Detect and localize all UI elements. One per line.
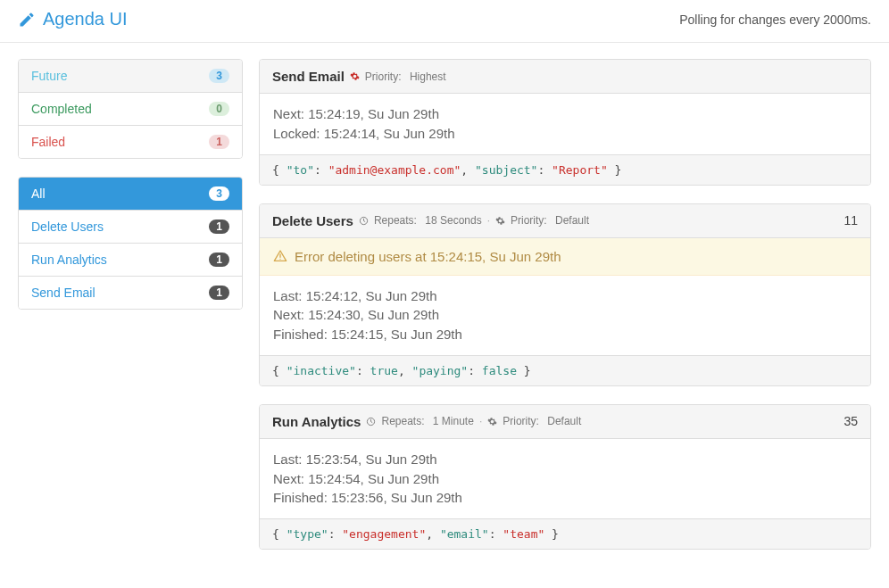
job-payload: { "to": "admin@example.com", "subject": …: [260, 154, 870, 185]
time-value: 15:23:56, Su Jun 29th: [331, 490, 462, 505]
filter-count-badge: 1: [209, 135, 229, 149]
priority-meta: Priority: Default: [511, 214, 589, 227]
job-panel: Delete Users Repeats: 18 Seconds · Prior…: [259, 203, 871, 386]
svg-point-1: [279, 259, 280, 260]
filter-count-badge: 1: [209, 286, 229, 300]
filter-count-badge: 1: [209, 253, 229, 267]
job-name: Run Analytics: [272, 414, 361, 429]
filter-label: Failed: [31, 135, 65, 149]
job-panel: Send Email Priority: Highest Next: 15:24…: [259, 59, 871, 186]
filter-run-analytics[interactable]: Run Analytics 1: [19, 244, 242, 277]
job-times: Last: 15:24:12, Su Jun 29th Next: 15:24:…: [260, 276, 870, 355]
filter-label: Future: [31, 69, 67, 83]
time-label: Locked:: [273, 126, 320, 141]
job-times: Last: 15:23:54, Su Jun 29th Next: 15:24:…: [260, 439, 870, 518]
job-payload: { "inactive": true, "paying": false }: [260, 355, 870, 385]
clock-icon: [359, 216, 369, 226]
job-list: Send Email Priority: Highest Next: 15:24…: [259, 59, 871, 567]
job-count: 35: [843, 414, 858, 428]
time-value: 15:24:19, Su Jun 29th: [308, 106, 439, 121]
filter-label: All: [31, 186, 46, 201]
job-name: Send Email: [272, 69, 345, 84]
job-name: Delete Users: [272, 213, 353, 228]
job-error: Error deleting users at 15:24:15, Su Jun…: [260, 238, 870, 276]
status-filter-list: Future 3 Completed 0 Failed 1: [18, 59, 243, 159]
filter-all[interactable]: All 3: [19, 178, 242, 211]
filter-count-badge: 3: [209, 186, 229, 201]
time-label: Next:: [273, 471, 304, 486]
time-label: Last:: [273, 288, 303, 303]
warning-icon: [273, 249, 287, 263]
navbar: Agenda UI Polling for changes every 2000…: [0, 0, 889, 43]
gear-icon: [487, 417, 497, 427]
brand-text: Agenda UI: [43, 9, 128, 29]
time-label: Last:: [273, 451, 303, 467]
filter-count-badge: 1: [209, 219, 229, 234]
job-header[interactable]: Delete Users Repeats: 18 Seconds · Prior…: [260, 204, 870, 238]
time-value: 15:24:12, Su Jun 29th: [306, 288, 437, 303]
filter-count-badge: 0: [209, 102, 229, 116]
filter-send-email[interactable]: Send Email 1: [19, 277, 242, 309]
time-label: Next:: [273, 307, 304, 322]
error-text: Error deleting users at 15:24:15, Su Jun…: [295, 249, 561, 264]
time-value: 15:24:54, Su Jun 29th: [308, 471, 439, 486]
filter-label: Send Email: [31, 286, 96, 300]
job-panel: Run Analytics Repeats: 1 Minute · Priori…: [259, 404, 871, 550]
priority-meta: Priority: Default: [503, 415, 581, 427]
gear-icon: [495, 216, 505, 226]
time-label: Next:: [273, 106, 304, 121]
time-label: Finished:: [273, 490, 328, 505]
time-label: Finished:: [273, 327, 328, 342]
filter-label: Run Analytics: [31, 253, 107, 267]
filter-count-badge: 3: [209, 69, 229, 83]
filter-label: Delete Users: [31, 219, 104, 234]
time-value: 15:23:54, Su Jun 29th: [306, 451, 437, 467]
time-value: 15:24:15, Su Jun 29th: [331, 327, 462, 342]
gear-icon: [350, 71, 360, 81]
filter-label: Completed: [31, 102, 92, 116]
repeats-meta: Repeats: 18 Seconds: [374, 214, 482, 227]
filter-completed[interactable]: Completed 0: [19, 93, 242, 126]
sidebar: Future 3 Completed 0 Failed 1 All 3 Dele…: [18, 59, 243, 567]
filter-future[interactable]: Future 3: [19, 60, 242, 93]
priority-meta: Priority: Highest: [365, 70, 446, 83]
pencil-icon: [18, 11, 36, 29]
time-value: 15:24:14, Su Jun 29th: [324, 126, 455, 141]
job-payload: { "type": "engagement", "email": "team" …: [260, 518, 870, 549]
job-header[interactable]: Send Email Priority: Highest: [260, 60, 870, 94]
layout-container: Future 3 Completed 0 Failed 1 All 3 Dele…: [0, 43, 889, 584]
job-filter-list: All 3 Delete Users 1 Run Analytics 1 Sen…: [18, 177, 243, 310]
clock-icon: [366, 417, 376, 427]
job-times: Next: 15:24:19, Su Jun 29th Locked: 15:2…: [260, 94, 870, 154]
filter-delete-users[interactable]: Delete Users 1: [19, 211, 242, 244]
time-value: 15:24:30, Su Jun 29th: [308, 307, 439, 322]
job-count: 11: [843, 213, 858, 228]
poll-status: Polling for changes every 2000ms.: [679, 12, 871, 27]
filter-failed[interactable]: Failed 1: [19, 126, 242, 158]
brand-link[interactable]: Agenda UI: [18, 9, 128, 29]
job-header[interactable]: Run Analytics Repeats: 1 Minute · Priori…: [260, 405, 870, 439]
repeats-meta: Repeats: 1 Minute: [381, 415, 473, 427]
